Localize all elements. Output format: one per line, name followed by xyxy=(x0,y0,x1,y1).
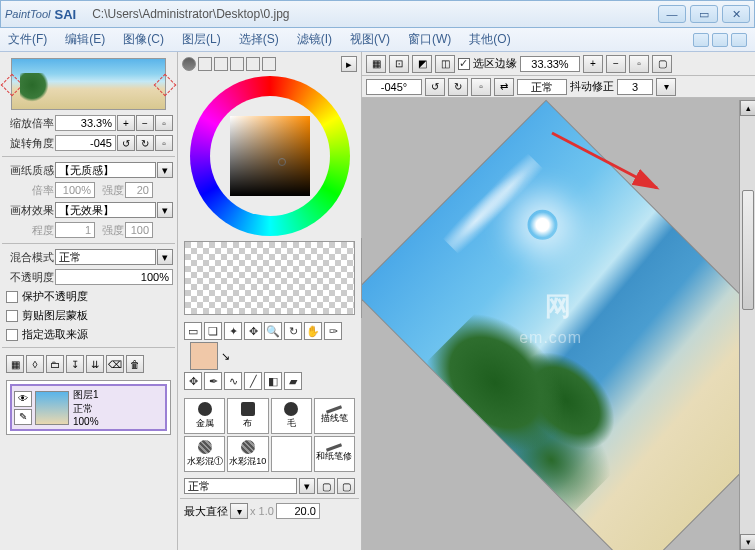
tool-eraser[interactable]: ◧ xyxy=(264,372,282,390)
zoom-fit-button[interactable]: ▫ xyxy=(155,115,173,131)
tool-rotate[interactable]: ↻ xyxy=(284,322,302,340)
stabilizer-menu[interactable]: ▾ xyxy=(656,78,676,96)
tool-eyedropper[interactable]: ✑ xyxy=(324,322,342,340)
tool-pen[interactable]: ✒ xyxy=(204,372,222,390)
canvas-rotate-reset[interactable]: ▫ xyxy=(471,78,491,96)
merge-down-button[interactable]: ⇊ xyxy=(86,355,104,373)
scroll-down-button[interactable]: ▾ xyxy=(740,534,755,550)
select-all-button[interactable]: ▦ xyxy=(366,55,386,73)
hsv-slider-toggle[interactable] xyxy=(214,57,228,71)
color-cursor[interactable] xyxy=(278,158,286,166)
zoom-out-button[interactable]: − xyxy=(136,115,154,131)
color-panel-menu[interactable]: ▸ xyxy=(341,56,357,72)
select-source-checkbox[interactable] xyxy=(6,329,18,341)
canvas-image[interactable] xyxy=(362,101,755,550)
blend-mode-dd-button[interactable]: ▾ xyxy=(157,249,173,265)
tool-curve[interactable]: ∿ xyxy=(224,372,242,390)
canvas-flip-h[interactable]: ⇄ xyxy=(494,78,514,96)
protect-alpha-checkbox[interactable] xyxy=(6,291,18,303)
menu-filter[interactable]: 滤镜(I) xyxy=(297,31,332,48)
menu-other[interactable]: 其他(O) xyxy=(469,31,510,48)
clear-layer-button[interactable]: ⌫ xyxy=(106,355,124,373)
brush-cloth[interactable]: 布 xyxy=(227,398,268,434)
tool-bucket[interactable]: ▰ xyxy=(284,372,302,390)
brush-metal[interactable]: 金属 xyxy=(184,398,225,434)
swap-colors-icon[interactable]: ↘ xyxy=(220,342,230,370)
paper-texture-dropdown[interactable]: 【无质感】 xyxy=(55,162,156,178)
blend-mode-dropdown[interactable]: 正常 xyxy=(55,249,156,265)
scroll-up-button[interactable]: ▴ xyxy=(740,100,755,116)
new-linework-button[interactable]: ◊ xyxy=(26,355,44,373)
new-layer-button[interactable]: ▦ xyxy=(6,355,24,373)
brush-blend-dropdown[interactable]: 正常 xyxy=(184,478,297,494)
layer-visibility-icon[interactable]: 👁 xyxy=(14,391,32,407)
menu-layer[interactable]: 图层(L) xyxy=(182,31,221,48)
opacity-field[interactable]: 100% xyxy=(55,269,173,285)
rgb-slider-toggle[interactable] xyxy=(198,57,212,71)
mdi-minimize-button[interactable] xyxy=(693,33,709,47)
color-wheel[interactable] xyxy=(190,76,350,236)
menu-edit[interactable]: 编辑(E) xyxy=(65,31,105,48)
menu-view[interactable]: 视图(V) xyxy=(350,31,390,48)
zoom-field[interactable]: 33.3% xyxy=(55,115,116,131)
material-effect-dd-button[interactable]: ▾ xyxy=(157,202,173,218)
mdi-close-button[interactable] xyxy=(731,33,747,47)
swatches-toggle[interactable] xyxy=(246,57,260,71)
menu-select[interactable]: 选择(S) xyxy=(239,31,279,48)
clipping-mask-checkbox[interactable] xyxy=(6,310,18,322)
canvas-zoom-in[interactable]: + xyxy=(583,55,603,73)
scratchpad-toggle[interactable] xyxy=(262,57,276,71)
scroll-thumb[interactable] xyxy=(742,190,754,310)
degree-field[interactable]: 1 xyxy=(55,222,95,238)
minimize-button[interactable]: — xyxy=(658,5,686,23)
intensity-field[interactable]: 20 xyxy=(125,182,153,198)
brush-lineart[interactable]: 描线笔 xyxy=(314,398,355,434)
deselect-button[interactable]: ⊡ xyxy=(389,55,409,73)
sv-square[interactable] xyxy=(230,116,310,196)
canvas-zoom-fit[interactable]: ▫ xyxy=(629,55,649,73)
transfer-down-button[interactable]: ↧ xyxy=(66,355,84,373)
brush-aa2-button[interactable]: ▢ xyxy=(337,478,355,494)
tool-zoom[interactable]: 🔍 xyxy=(264,322,282,340)
maximize-button[interactable]: ▭ xyxy=(690,5,718,23)
brush-fur[interactable]: 毛 xyxy=(271,398,312,434)
rotate-cw-button[interactable]: ↻ xyxy=(136,135,154,151)
tool-hand[interactable]: ✋ xyxy=(304,322,322,340)
brush-watercolor10[interactable]: 水彩混10 xyxy=(227,436,268,472)
canvas-angle-field[interactable]: -045° xyxy=(366,79,422,95)
tool-lasso[interactable]: ❏ xyxy=(204,322,222,340)
tool-rect-select[interactable]: ▭ xyxy=(184,322,202,340)
intensity2-field[interactable]: 100 xyxy=(125,222,153,238)
menu-image[interactable]: 图像(C) xyxy=(123,31,164,48)
stabilizer-field[interactable]: 3 xyxy=(617,79,653,95)
diameter-preset-button[interactable]: ▾ xyxy=(230,503,248,519)
layer-item[interactable]: 👁 ✎ 图层1 正常 100% xyxy=(10,384,167,431)
close-button[interactable]: ✕ xyxy=(722,5,750,23)
canvas-zoom-actual[interactable]: ▢ xyxy=(652,55,672,73)
rotate-field[interactable]: -045 xyxy=(55,135,116,151)
brush-aa-button[interactable]: ▢ xyxy=(317,478,335,494)
delete-layer-button[interactable]: 🗑 xyxy=(126,355,144,373)
menu-window[interactable]: 窗口(W) xyxy=(408,31,451,48)
rotate-reset-button[interactable]: ▫ xyxy=(155,135,173,151)
diameter-field[interactable]: 20.0 xyxy=(276,503,320,519)
canvas-vertical-scrollbar[interactable]: ▴ ▾ xyxy=(739,100,755,550)
brush-watercolor1[interactable]: 水彩混① xyxy=(184,436,225,472)
color-mixer-toggle[interactable] xyxy=(230,57,244,71)
tool-line[interactable]: ╱ xyxy=(244,372,262,390)
brush-washi[interactable]: 和纸笔修 xyxy=(314,436,355,472)
material-effect-dropdown[interactable]: 【无效果】 xyxy=(55,202,156,218)
new-folder-button[interactable]: 🗀 xyxy=(46,355,64,373)
brush-blend-dd-button[interactable]: ▾ xyxy=(299,478,315,494)
canvas-rotate-ccw[interactable]: ↺ xyxy=(425,78,445,96)
brush-empty[interactable] xyxy=(271,436,312,472)
canvas-rotate-cw[interactable]: ↻ xyxy=(448,78,468,96)
menu-file[interactable]: 文件(F) xyxy=(8,31,47,48)
tool-transform[interactable]: ✥ xyxy=(184,372,202,390)
layer-edit-icon[interactable]: ✎ xyxy=(14,409,32,425)
tool-move[interactable]: ✥ xyxy=(244,322,262,340)
canvas-area[interactable]: 网 em.com xyxy=(362,98,755,550)
foreground-color-swatch[interactable] xyxy=(190,342,218,370)
color-wheel-toggle[interactable] xyxy=(182,57,196,71)
show-select-button[interactable]: ◫ xyxy=(435,55,455,73)
